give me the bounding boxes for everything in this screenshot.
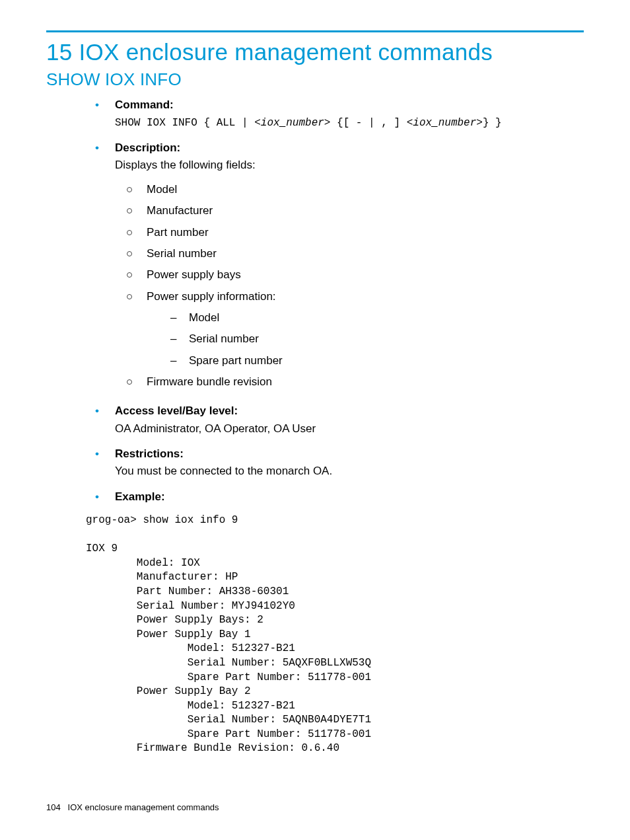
page-footer: 104 IOX enclosure management commands (46, 802, 219, 812)
field-item: Firmware bundle revision (120, 373, 584, 391)
top-rule (46, 30, 584, 32)
field-item: Part number (120, 224, 584, 241)
example-label: Example: (115, 490, 165, 503)
field-item-psi: Power supply information: Model Serial n… (120, 288, 584, 369)
field-item: Manufacturer (120, 202, 584, 219)
definition-list: Command: SHOW IOX INFO { ALL | <iox_numb… (86, 96, 584, 508)
command-syntax: SHOW IOX INFO { ALL | <iox_number> {[ - … (115, 117, 502, 129)
access-label: Access level/Bay level: (115, 404, 238, 417)
psi-item: Model (166, 309, 584, 326)
example-output: grog-oa> show iox info 9 IOX 9 Model: IO… (86, 514, 584, 756)
psi-item: Serial number (166, 330, 584, 348)
command-label: Command: (115, 98, 174, 111)
restrictions-label: Restrictions: (115, 447, 184, 460)
description-item: Description: Displays the following fiel… (86, 139, 584, 397)
field-item: Power supply bays (120, 266, 584, 284)
description-intro: Displays the following fields: (115, 159, 256, 171)
page-number: 104 (46, 802, 61, 812)
chapter-title: 15 IOX enclosure management commands (46, 39, 584, 65)
restrictions-text: You must be connected to the monarch OA. (115, 465, 332, 477)
restrictions-item: Restrictions: You must be connected to t… (86, 445, 584, 483)
field-item: Model (120, 181, 584, 198)
field-item: Serial number (120, 245, 584, 262)
command-item: Command: SHOW IOX INFO { ALL | <iox_numb… (86, 96, 584, 134)
footer-text: IOX enclosure management commands (68, 802, 219, 812)
description-label: Description: (115, 141, 180, 154)
psi-item: Spare part number (166, 352, 584, 369)
psi-label: Power supply information: (147, 290, 276, 303)
field-list: Model Manufacturer Part number Serial nu… (120, 181, 584, 391)
psi-sublist: Model Serial number Spare part number (166, 309, 584, 369)
access-item: Access level/Bay level: OA Administrator… (86, 402, 584, 440)
access-text: OA Administrator, OA Operator, OA User (115, 422, 316, 435)
section-title: SHOW IOX INFO (46, 69, 584, 90)
example-item: Example: (86, 488, 584, 508)
